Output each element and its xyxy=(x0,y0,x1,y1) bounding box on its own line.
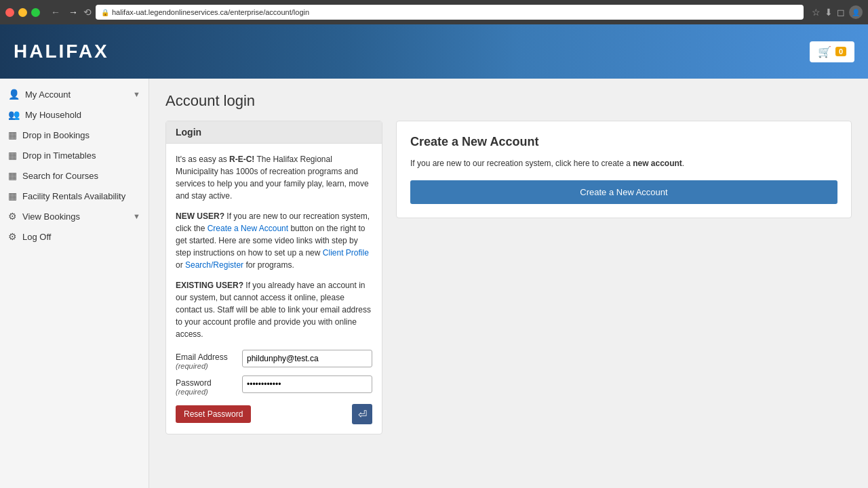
existing-user-text: EXISTING USER? If you already have an ac… xyxy=(176,279,372,340)
main-area: 👤 My Account ▼ 👥 My Household ▦ Drop in … xyxy=(0,79,868,488)
login-box-header: Login xyxy=(166,121,382,144)
new-user-label: NEW USER? xyxy=(176,211,224,221)
sidebar-label-view-bookings: View Bookings xyxy=(22,211,80,222)
content-area: Account login Login It's as easy as R-E-… xyxy=(149,79,868,488)
create-account-title: Create a New Account xyxy=(410,135,837,149)
intro-highlight: R-E-C! xyxy=(229,155,254,164)
forward-arrow[interactable]: → xyxy=(66,5,81,19)
view-bookings-icon: ⚙ xyxy=(8,211,17,222)
sidebar-item-drop-in-bookings[interactable]: ▦ Drop in Bookings xyxy=(0,125,149,145)
sidebar-item-facility-rentals[interactable]: ▦ Facility Rentals Availability xyxy=(0,186,149,206)
login-arrow-icon: ⏎ xyxy=(358,408,367,421)
back-arrow[interactable]: ← xyxy=(48,5,63,19)
search-register-link[interactable]: Search/Register xyxy=(185,260,243,270)
bookmark-icon[interactable]: ☆ xyxy=(812,7,821,18)
sidebar-label-my-account: My Account xyxy=(25,89,71,100)
account-icon: 👤 xyxy=(8,89,20,100)
download-icon[interactable]: ⬇ xyxy=(825,7,833,18)
sidebar-label-my-household: My Household xyxy=(25,110,81,120)
new-user-text: NEW USER? If you are new to our recreati… xyxy=(176,210,372,271)
reload-spinner[interactable]: ⟲ xyxy=(83,7,92,18)
browser-actions: ☆ ⬇ ◻ 👤 xyxy=(812,5,863,19)
browser-chrome: ← → ⟲ 🔒 halifax-uat.legendonlineservices… xyxy=(0,0,868,24)
create-account-link[interactable]: Create a New Account xyxy=(208,224,288,233)
login-box-body: It's as easy as R-E-C! The Halifax Regio… xyxy=(166,144,382,434)
cart-icon: 🛒 xyxy=(818,45,831,58)
household-icon: 👥 xyxy=(8,109,20,120)
chevron-down-icon-2: ▼ xyxy=(133,212,140,220)
timetables-icon: ▦ xyxy=(8,150,17,161)
sidebar-label-search-courses: Search for Courses xyxy=(22,171,98,181)
page-wrapper: HALIFAX 🛒 0 👤 My Account ▼ 👥 My Househol… xyxy=(0,24,868,488)
login-submit-button[interactable]: ⏎ xyxy=(352,404,372,424)
lock-icon: 🔒 xyxy=(101,9,109,16)
intro-text: It's as easy as xyxy=(176,155,229,164)
window-icon[interactable]: ◻ xyxy=(837,7,845,18)
bookings-icon: ▦ xyxy=(8,129,17,140)
form-actions: Reset Password ⏎ xyxy=(176,404,372,424)
create-account-box: Create a New Account If you are new to o… xyxy=(396,121,852,218)
sidebar-item-drop-in-timetables[interactable]: ▦ Drop in Timetables xyxy=(0,145,149,165)
sidebar: 👤 My Account ▼ 👥 My Household ▦ Drop in … xyxy=(0,79,149,488)
email-form-row: Email Address (required) xyxy=(176,350,372,370)
browser-close[interactable] xyxy=(5,8,14,17)
sidebar-item-search-courses[interactable]: ▦ Search for Courses xyxy=(0,165,149,186)
facility-icon: ▦ xyxy=(8,190,17,201)
content-row: Login It's as easy as R-E-C! The Halifax… xyxy=(165,121,852,434)
login-box: Login It's as easy as R-E-C! The Halifax… xyxy=(165,121,382,434)
address-bar[interactable]: 🔒 halifax-uat.legendonlineservices.ca/en… xyxy=(96,5,804,20)
password-form-row: Password (required) xyxy=(176,375,372,396)
courses-icon: ▦ xyxy=(8,170,17,181)
sidebar-label-log-off: Log Off xyxy=(22,232,51,242)
browser-maximize[interactable] xyxy=(31,8,40,17)
sidebar-item-view-bookings[interactable]: ⚙ View Bookings ▼ xyxy=(0,206,149,226)
browser-minimize[interactable] xyxy=(18,8,27,17)
create-new-account-button[interactable]: Create a New Account xyxy=(410,180,837,204)
password-input[interactable] xyxy=(242,375,372,393)
sidebar-label-drop-in-timetables: Drop in Timetables xyxy=(22,150,96,161)
sidebar-item-log-off[interactable]: ⚙ Log Off xyxy=(0,226,149,247)
site-header: HALIFAX 🛒 0 xyxy=(0,24,868,79)
cart-button[interactable]: 🛒 0 xyxy=(810,41,854,62)
sidebar-label-drop-in-bookings: Drop in Bookings xyxy=(22,130,90,140)
site-logo: HALIFAX xyxy=(14,41,109,62)
url-text: halifax-uat.legendonlineservices.ca/ente… xyxy=(112,8,309,16)
profile-avatar[interactable]: 👤 xyxy=(849,5,863,19)
email-label: Email Address (required) xyxy=(176,350,237,370)
existing-label: EXISTING USER? xyxy=(176,281,243,290)
email-input[interactable] xyxy=(242,350,372,367)
sidebar-item-my-account[interactable]: 👤 My Account ▼ xyxy=(0,84,149,104)
sidebar-item-my-household[interactable]: 👥 My Household xyxy=(0,104,149,125)
login-intro: It's as easy as R-E-C! The Halifax Regio… xyxy=(176,153,372,202)
page-title: Account login xyxy=(165,92,852,110)
create-account-description: If you are new to our recreation system,… xyxy=(410,157,837,169)
sidebar-label-facility-rentals: Facility Rentals Availability xyxy=(22,191,125,201)
browser-nav: ← → ⟲ xyxy=(48,5,92,19)
client-profile-link[interactable]: Client Profile xyxy=(323,248,369,258)
logoff-icon: ⚙ xyxy=(8,231,17,242)
new-account-bold: new account xyxy=(633,159,682,168)
chevron-down-icon: ▼ xyxy=(133,90,140,98)
password-label: Password (required) xyxy=(176,375,237,396)
cart-count: 0 xyxy=(835,47,846,56)
reset-password-button[interactable]: Reset Password xyxy=(176,405,251,423)
